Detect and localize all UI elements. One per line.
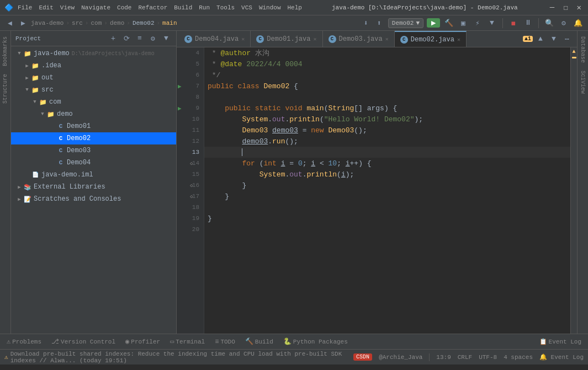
menu-run[interactable]: Run [199, 4, 210, 11]
tab-demo02-close[interactable]: ✕ [457, 36, 460, 43]
tab-demo01[interactable]: C Demo01.java ✕ [251, 31, 322, 47]
breadcrumb-com[interactable]: com [91, 20, 102, 26]
maximize-button[interactable]: ☐ [561, 3, 570, 12]
build-button[interactable]: 🔨 [443, 18, 454, 29]
tree-demo02[interactable]: C Demo02 [11, 132, 176, 144]
error-stripe: ▲ [570, 47, 577, 334]
tree-iml[interactable]: 📄 java-demo.iml [11, 169, 176, 181]
tree-idea[interactable]: ▶ 📁 .idea [11, 60, 176, 72]
encoding[interactable]: UTF-8 [479, 354, 497, 361]
search-everywhere-icon[interactable]: 🔍 [544, 18, 555, 29]
tab-gear-icon[interactable]: ⋯ [561, 34, 573, 45]
menu-vcs[interactable]: VCS [241, 4, 252, 11]
menu-file[interactable]: File [18, 4, 32, 11]
caret-position[interactable]: 13:9 [436, 354, 451, 361]
right-tab-sciview[interactable]: SciView [578, 67, 587, 97]
event-log-status[interactable]: 🔔 Event Log [539, 353, 584, 361]
run-button[interactable]: ▶ [427, 18, 440, 28]
tree-ext-libs[interactable]: ▶ 📚 External Libraries [11, 181, 176, 193]
root-expand-arrow: ▼ [15, 50, 23, 57]
project-panel-header: Project + ⟳ ≡ ⚙ ▼ [11, 31, 176, 46]
bottom-tab-todo[interactable]: ≡ TODO [210, 336, 240, 347]
tree-demo03[interactable]: C Demo03 [11, 144, 176, 157]
breadcrumb-method[interactable]: main [162, 20, 177, 26]
code-editor[interactable]: 4 5 6 ▶ 7 8 ▶ 9 10 11 12 13 ◇ 14 [177, 47, 577, 334]
settings-icon[interactable]: ⚙ [558, 18, 569, 29]
tree-src[interactable]: ▼ 📁 src [11, 84, 176, 96]
src-expand-arrow: ▼ [23, 86, 31, 94]
vcs-update-icon[interactable]: ⬇ [361, 18, 372, 29]
tree-scratches[interactable]: ▶ 📝 Scratches and Consoles [11, 193, 176, 205]
menu-view[interactable]: View [60, 4, 75, 11]
event-log-icon: 📋 [539, 338, 547, 345]
bottom-event-log[interactable]: 📋 Event Log [535, 336, 586, 347]
tab-down-icon[interactable]: ▼ [548, 34, 559, 45]
breadcrumb-src[interactable]: src [72, 20, 83, 26]
bottom-tab-profiler[interactable]: ◉ Profiler [121, 336, 165, 347]
pause-button[interactable]: ⏸ [522, 18, 533, 29]
tab-demo01-close[interactable]: ✕ [313, 36, 316, 42]
tab-demo03[interactable]: C Demo03.java ✕ [323, 31, 395, 47]
project-sync-icon[interactable]: ⟳ [121, 33, 132, 44]
more-run-icon[interactable]: ▼ [486, 18, 497, 29]
close-button[interactable]: ✕ [575, 3, 584, 12]
bottom-tab-problems[interactable]: ⚠ Problems [2, 336, 46, 347]
tab-demo04[interactable]: C Demo04.java ✕ [179, 31, 251, 47]
right-tab-database[interactable]: Database [578, 33, 587, 66]
tab-demo04-close[interactable]: ✕ [241, 36, 245, 42]
code-line-12: demo03.run(); [204, 136, 570, 147]
line-ending[interactable]: CRLF [458, 354, 472, 361]
project-tree: ▼ 📁 java-demo D:\IdeaProjects\java-demo … [11, 46, 176, 334]
tree-com[interactable]: ▼ 📁 com [11, 96, 176, 108]
breadcrumb-class[interactable]: Demo02 [133, 20, 155, 26]
vcs-label: Version Control [61, 339, 115, 345]
com-expand-arrow: ▼ [31, 98, 39, 106]
indent-setting[interactable]: 4 spaces [504, 354, 533, 361]
tab-demo02[interactable]: C Demo02.java ✕ [395, 31, 467, 47]
menu-help[interactable]: Help [288, 4, 302, 11]
forward-icon[interactable]: ▶ [18, 18, 29, 29]
project-gear-icon[interactable]: ▼ [161, 33, 172, 44]
left-tab-structure[interactable]: Structure [1, 71, 10, 107]
bookmark-16: ◇ [190, 183, 193, 189]
tree-demo01[interactable]: C Demo01 [11, 120, 176, 132]
stop-button[interactable]: ◼ [508, 18, 519, 29]
tree-demo04[interactable]: C Demo04 [11, 157, 176, 169]
coverage-button[interactable]: ▣ [458, 18, 469, 29]
back-icon[interactable]: ◀ [4, 18, 15, 29]
profile-button[interactable]: ⚡ [472, 18, 483, 29]
tree-root[interactable]: ▼ 📁 java-demo D:\IdeaProjects\java-demo [11, 47, 176, 60]
idea-expand-arrow: ▶ [23, 62, 31, 69]
menu-navigate[interactable]: Navigate [81, 4, 110, 11]
tree-out[interactable]: ▶ 📁 out [11, 72, 176, 84]
vcs-push-icon[interactable]: ⬆ [374, 18, 385, 29]
minimize-button[interactable]: — [548, 3, 557, 12]
bottom-tab-build[interactable]: 🔨 Build [241, 336, 278, 347]
code-line-10: System.out.println("Hello World! Demo02"… [204, 114, 570, 125]
left-tab-bookmarks[interactable]: Bookmarks [1, 33, 10, 69]
bottom-tab-vcs[interactable]: ⎇ Version Control [47, 336, 120, 347]
bottom-tab-terminal[interactable]: ▭ Terminal [166, 336, 209, 347]
menu-tools[interactable]: Tools [216, 4, 235, 11]
tab-up-icon[interactable]: ▲ [535, 34, 546, 45]
menu-build[interactable]: Build [174, 4, 192, 11]
app-icon: 🔷 [4, 3, 13, 12]
menu-edit[interactable]: Edit [39, 4, 53, 11]
gutter-line-18: 18 [177, 202, 204, 213]
project-collapse-icon[interactable]: ≡ [134, 33, 145, 44]
breadcrumb-demo[interactable]: demo [110, 20, 124, 26]
project-settings-icon[interactable]: ⚙ [147, 33, 158, 44]
tree-demo[interactable]: ▼ 📁 demo [11, 108, 176, 120]
code-content[interactable]: * @author 水沟 * @date 2022/4/4 0004 */ pu… [204, 47, 570, 334]
tab-demo03-close[interactable]: ✕ [385, 36, 389, 42]
menu-window[interactable]: Window [259, 4, 281, 11]
user-name[interactable]: @Archie_Java [379, 354, 422, 361]
menu-refactor[interactable]: Refactor [138, 4, 167, 11]
breadcrumb-project[interactable]: java-demo [31, 20, 63, 26]
idea-name: .idea [41, 62, 61, 69]
project-new-icon[interactable]: + [108, 33, 119, 44]
run-config-dropdown[interactable]: Demo02 ▼ [388, 18, 423, 28]
bottom-tab-python[interactable]: 🐍 Python Packages [279, 336, 352, 347]
menu-code[interactable]: Code [117, 4, 131, 11]
notifications-icon[interactable]: 🔔 [573, 18, 584, 29]
